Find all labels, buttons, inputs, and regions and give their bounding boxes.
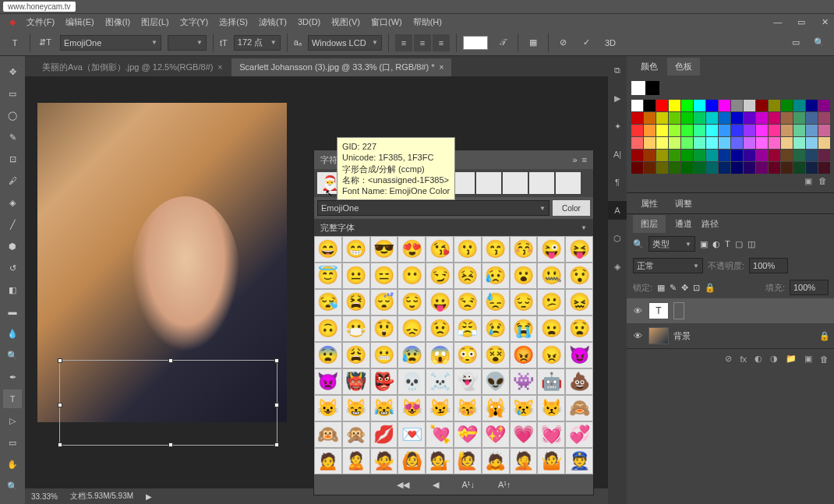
color-swatch[interactable] (818, 125, 830, 136)
glyph-cell[interactable]: 😾 (537, 395, 565, 421)
menu-window[interactable]: 窗口(W) (366, 15, 407, 30)
glyph-cell[interactable]: 😱 (426, 342, 454, 368)
color-swatch[interactable] (744, 125, 755, 136)
menu-help[interactable]: 帮助(H) (408, 15, 447, 30)
glyph-cell[interactable]: 😥 (482, 263, 510, 289)
glyph-cell[interactable]: 😬 (370, 342, 398, 368)
glyph-cell[interactable]: 💖 (482, 421, 510, 448)
layers-tab[interactable]: 图层 (633, 215, 666, 233)
glyph-cell[interactable]: 😰 (398, 342, 426, 368)
glyph-cell[interactable]: 😧 (565, 315, 593, 342)
glyph-cell[interactable]: 👹 (342, 368, 370, 395)
color-swatch[interactable] (769, 100, 780, 111)
color-swatch[interactable] (731, 100, 743, 111)
brushes-icon[interactable]: ✦ (608, 117, 627, 136)
color-swatch[interactable] (818, 137, 830, 149)
glyph-font-select[interactable]: EmojiOne▼ (317, 200, 550, 216)
paragraph-icon[interactable]: ¶ (608, 173, 627, 192)
glyph-cell[interactable]: 🙊 (342, 421, 370, 448)
color-swatch[interactable] (793, 112, 805, 124)
glyph-cell[interactable]: 👾 (510, 368, 538, 395)
color-swatch[interactable] (644, 137, 656, 149)
glyph-cell[interactable]: 💝 (454, 421, 482, 448)
font-style-select[interactable]: ▼ (168, 35, 207, 51)
lock-all-icon[interactable]: 🔒 (705, 283, 716, 293)
character-icon[interactable]: A| (608, 145, 627, 164)
glyph-cell[interactable]: 😲 (370, 315, 398, 342)
color-swatch[interactable] (631, 162, 643, 174)
actions-icon[interactable]: ▶ (608, 89, 627, 107)
recent-glyph-9[interactable] (529, 172, 554, 194)
glyph-cell[interactable]: 😹 (370, 395, 398, 421)
minimize-button[interactable]: — (772, 17, 784, 27)
menu-edit[interactable]: 编辑(E) (61, 15, 99, 30)
color-swatch[interactable] (706, 112, 718, 124)
glyph-cell[interactable]: 😖 (565, 289, 593, 315)
glyph-cell[interactable]: 🤷 (537, 448, 565, 474)
glyph-cell[interactable]: 😦 (537, 315, 565, 342)
properties-tab[interactable]: 属性 (633, 195, 666, 213)
maximize-button[interactable]: ▭ (795, 17, 807, 27)
glyph-cell[interactable]: 😢 (482, 315, 510, 342)
color-swatch[interactable] (769, 137, 780, 149)
color-swatch[interactable] (719, 137, 730, 149)
glyph-cell[interactable]: 🙍 (314, 448, 342, 474)
text-color-swatch[interactable] (463, 36, 488, 50)
glyph-cell[interactable]: 😨 (314, 342, 342, 368)
marquee-tool[interactable]: ▭ (3, 84, 22, 103)
color-swatch[interactable] (681, 125, 693, 136)
color-swatch[interactable] (656, 100, 668, 111)
layer-text[interactable]: 👁 T (627, 298, 834, 323)
color-swatch[interactable] (756, 125, 768, 136)
glyph-cell[interactable]: 💀 (398, 368, 426, 395)
glyph-cell[interactable]: 💘 (426, 421, 454, 448)
adjustments-tab[interactable]: 调整 (667, 195, 700, 213)
healing-tool[interactable]: ◈ (3, 193, 22, 212)
color-swatch[interactable] (656, 112, 668, 124)
glyph-cell[interactable]: 😕 (537, 289, 565, 315)
eraser-tool[interactable]: ◧ (3, 280, 22, 299)
menu-image[interactable]: 图像(I) (101, 15, 135, 30)
color-swatch[interactable] (681, 112, 693, 124)
glyph-cell[interactable]: 😵 (482, 342, 510, 368)
glyph-cell[interactable]: 🙉 (314, 421, 342, 448)
color-swatch[interactable] (818, 162, 830, 174)
glyph-cell[interactable]: 😎 (370, 236, 398, 263)
layer-filter-select[interactable]: 类型▼ (648, 236, 695, 252)
text-bounding-box[interactable] (59, 360, 277, 446)
glyph-cell[interactable]: 👻 (454, 368, 482, 395)
warp-text-button[interactable]: 𝒯 (494, 34, 511, 51)
workspace-button[interactable]: ▭ (787, 34, 804, 51)
glyph-cell[interactable]: 🙃 (314, 315, 342, 342)
glyph-cell[interactable]: 😤 (454, 315, 482, 342)
color-swatch[interactable] (694, 125, 705, 136)
layer-group-icon[interactable]: 📁 (786, 354, 797, 364)
channels-tab[interactable]: 通道 (675, 218, 692, 230)
color-swatch[interactable] (669, 162, 680, 174)
color-swatch[interactable] (806, 150, 818, 161)
glyph-cell[interactable]: 😜 (537, 236, 565, 263)
filter-shape-icon[interactable]: ▢ (735, 239, 743, 249)
color-swatch[interactable] (744, 100, 755, 111)
color-swatch[interactable] (631, 137, 643, 149)
glyph-cell[interactable]: 🙀 (482, 395, 510, 421)
eyedropper-tool[interactable]: 🖋 (3, 171, 22, 190)
color-swatch[interactable] (631, 125, 643, 136)
glyph-cell[interactable]: 😇 (314, 263, 342, 289)
glyph-cell[interactable]: 💁 (426, 448, 454, 474)
glyph-cell[interactable]: 🙇 (482, 448, 510, 474)
color-swatch[interactable] (706, 162, 718, 174)
panel-menu-icon[interactable]: ≡ (582, 155, 587, 164)
glyph-cell[interactable]: 😡 (510, 342, 538, 368)
color-swatch[interactable] (818, 112, 830, 124)
color-swatch[interactable] (719, 150, 730, 161)
background-swatch[interactable] (645, 81, 659, 95)
glyph-cell[interactable]: 💞 (565, 421, 593, 448)
history-brush-tool[interactable]: ↺ (3, 259, 22, 277)
menu-view[interactable]: 视图(V) (327, 15, 365, 30)
glyph-cell[interactable]: 👮 (565, 448, 593, 474)
color-swatch[interactable] (681, 150, 693, 161)
color-swatch[interactable] (656, 150, 668, 161)
glyph-cell[interactable]: 😌 (398, 289, 426, 315)
orientation-icon[interactable]: ⇵T (37, 34, 54, 51)
